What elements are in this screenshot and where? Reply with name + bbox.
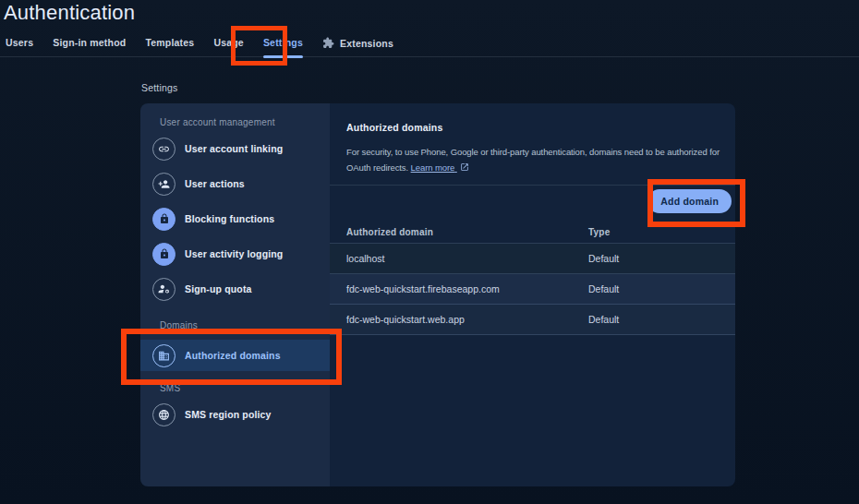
tab-templates-label: Templates: [145, 37, 194, 48]
tab-bar: Users Sign-in method Templates Usage Set…: [6, 30, 393, 57]
user-add-icon: [152, 173, 175, 196]
link-icon: [152, 138, 175, 161]
sidebar-item-label: User account linking: [185, 143, 283, 154]
tab-sign-in-method-label: Sign-in method: [53, 37, 126, 48]
learn-more-label: Learn more: [411, 162, 455, 173]
table-row: localhost Default: [330, 244, 735, 274]
description-text: For security, to use Phone, Google or th…: [346, 147, 720, 173]
authorized-domains-panel: Authorized domains For security, to use …: [330, 103, 735, 486]
sidebar-item-label: SMS region policy: [185, 409, 272, 420]
sidebar-item-label: User actions: [185, 178, 245, 189]
column-header-authorized-domain: Authorized domain: [346, 227, 433, 237]
annotation-box-add-domain: [647, 179, 745, 227]
column-header-type: Type: [588, 227, 610, 237]
tab-sign-in-method[interactable]: Sign-in method: [53, 30, 126, 59]
sidebar-item-user-account-linking[interactable]: User account linking: [140, 131, 330, 166]
sidebar-item-blocking-functions[interactable]: Blocking functions: [140, 201, 330, 236]
sidebar-item-label: Blocking functions: [185, 213, 274, 224]
sidebar-section-user-account-management: User account management: [160, 114, 330, 131]
globe-icon: [152, 403, 175, 426]
table-row: fdc-web-quickstart.web.app Default: [330, 305, 735, 335]
tab-extensions-label: Extensions: [340, 38, 393, 49]
settings-section-label: Settings: [141, 82, 178, 93]
sidebar-item-label: User activity logging: [185, 248, 283, 259]
sidebar-item-sign-up-quota[interactable]: Sign-up quota: [140, 271, 330, 306]
table-row: fdc-web-quickstart.firebaseapp.com Defau…: [330, 274, 735, 305]
domain-cell: fdc-web-quickstart.web.app: [346, 314, 465, 325]
type-cell: Default: [588, 253, 619, 264]
sidebar-item-user-actions[interactable]: User actions: [140, 166, 330, 201]
settings-card: User account management User account lin…: [140, 103, 735, 486]
tab-users-label: Users: [6, 37, 33, 48]
tab-extensions[interactable]: Extensions: [322, 30, 393, 60]
type-cell: Default: [588, 283, 619, 294]
domain-cell: fdc-web-quickstart.firebaseapp.com: [346, 283, 500, 294]
type-cell: Default: [588, 314, 619, 325]
panel-description: For security, to use Phone, Google or th…: [346, 144, 725, 176]
domain-cell: localhost: [346, 253, 384, 264]
lock-icon: [152, 243, 175, 266]
settings-sidebar: User account management User account lin…: [140, 103, 330, 486]
panel-heading: Authorized domains: [346, 122, 443, 133]
sidebar-item-label: Sign-up quota: [185, 283, 252, 294]
lock-icon: [152, 208, 175, 231]
puzzle-icon: [322, 37, 334, 49]
page-title: Authentication: [4, 1, 135, 25]
sidebar-item-sms-region-policy[interactable]: SMS region policy: [140, 397, 330, 432]
learn-more-link[interactable]: Learn more: [411, 162, 469, 173]
sidebar-item-user-activity-logging[interactable]: User activity logging: [140, 236, 330, 271]
annotation-box-authorized-domains: [121, 329, 342, 385]
tab-users[interactable]: Users: [6, 30, 33, 59]
user-gear-icon: [152, 278, 175, 301]
external-link-icon: [460, 161, 469, 176]
authorized-domains-table: Authorized domain Type localhost Default…: [330, 220, 735, 335]
tab-templates[interactable]: Templates: [145, 30, 194, 59]
annotation-box-settings-tab: [231, 26, 287, 66]
